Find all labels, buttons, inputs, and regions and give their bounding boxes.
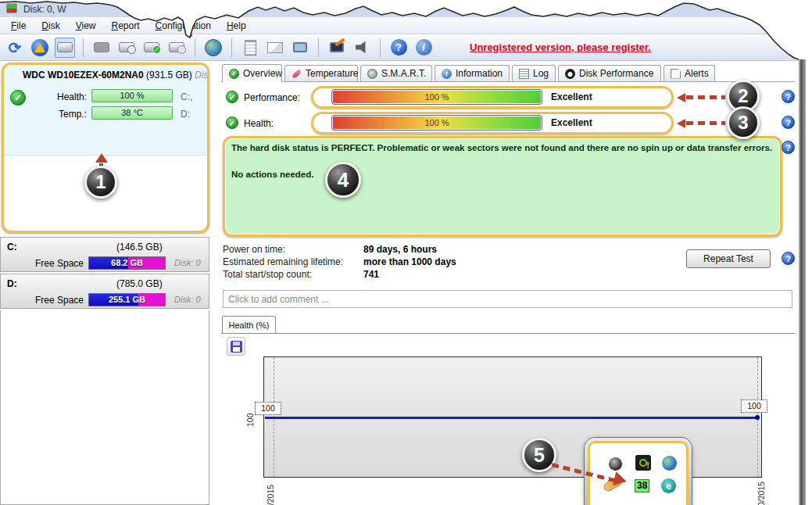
toolbar-separator (318, 38, 319, 57)
temp-label: Temp.: (49, 109, 87, 120)
callout-2-arrow (686, 95, 725, 99)
sounds-icon[interactable] (352, 38, 372, 58)
window-right-border (799, 31, 806, 505)
volume-c-label: C:, (181, 91, 192, 102)
status-help-icon[interactable]: ? (782, 141, 795, 154)
help-icon[interactable]: ? (388, 38, 409, 58)
startstop-value: 741 (363, 269, 379, 280)
point-label-right: 100 (741, 399, 767, 413)
tab-smart[interactable]: S.M.A.R.T. (360, 65, 432, 81)
app-window: File Disk View Report Configuration Help… (0, 0, 812, 505)
partition-d-row[interactable]: D: (785.0 GB) Free Space 255.1 GB Disk: … (0, 274, 209, 309)
callout-2-arrowhead (677, 93, 685, 102)
power-on-label: Power on time: (223, 244, 285, 255)
callout-3: 3 (727, 106, 760, 139)
tray-callout-border: ! 38 e (588, 441, 689, 505)
repeat-test-help-icon[interactable]: ? (782, 252, 795, 265)
startstop-label: Total start/stop count: (223, 269, 312, 280)
partition-c-row[interactable]: C: (146.5 GB) Free Space 68.2 GB Disk: 0 (0, 237, 209, 272)
health-help-icon[interactable]: ? (782, 116, 795, 129)
page-margin (806, 0, 812, 505)
log-icon (519, 69, 529, 79)
x-axis-tick-label-left: 9/2015 (266, 485, 275, 505)
performance-gauge-icon (565, 69, 575, 79)
refresh-icon[interactable]: ⟳ (5, 38, 25, 58)
disk-list-empty-area (0, 310, 209, 505)
spybot-tray-icon (609, 457, 622, 471)
disk-overview-icon[interactable] (55, 38, 75, 58)
free-space-bar: 255.1 GB (88, 293, 166, 306)
performance-rating: Excellent (551, 91, 592, 102)
disk-disabled-icon (91, 38, 112, 58)
comment-input[interactable] (223, 290, 792, 308)
health-label: Health: (49, 91, 87, 102)
point-label-left: 100 (255, 402, 281, 415)
tab-disk-performance[interactable]: Disk Performance (558, 65, 661, 81)
health-rating: Excellent (551, 117, 592, 128)
volume-d-label: D: (181, 109, 190, 120)
information-icon[interactable]: i (413, 38, 434, 58)
power-on-value: 89 days, 6 hours (363, 244, 437, 255)
menu-disk[interactable]: Disk (34, 18, 67, 34)
free-space-bar: 68.2 GB (88, 256, 166, 270)
health-line-series (265, 417, 759, 419)
free-space-label: Free Space (35, 295, 84, 306)
lifetime-label: Estimated remaining lifetime: (223, 256, 343, 267)
disk-status-box: The hard disk status is PERFECT. Problem… (223, 136, 782, 237)
alerts-icon (671, 69, 681, 79)
disk-ok-icon: ✓ (10, 90, 26, 106)
partition-capacity: (146.5 GB) (116, 242, 163, 252)
status-action-text: No actions needed. (231, 170, 313, 179)
free-space-label: Free Space (35, 258, 84, 269)
computer-settings-icon[interactable] (327, 38, 347, 58)
graph-tab-health[interactable]: Health (%) (222, 316, 276, 334)
toolbar: ⟳ ✓ ? i Unregistered version, please reg… (0, 34, 799, 61)
toolbar-separator (83, 38, 84, 57)
tab-information[interactable]: i Information (435, 65, 510, 81)
partition-disk-index: Disk: 0 (174, 295, 201, 304)
toolbar-separator (380, 38, 381, 57)
callout-3-arrow (686, 121, 725, 125)
tab-alerts[interactable]: Alerts (664, 65, 715, 81)
window-title: Disk: 0, W (23, 4, 66, 15)
nvidia-alert-tray-icon: ! (635, 455, 651, 471)
menu-file[interactable]: File (3, 18, 34, 34)
disk-summary-panel[interactable]: WDC WD10EZEX-60M2NA0 (931.5 GB) Disk ✓ H… (2, 63, 209, 233)
disk-type: Disk (195, 70, 209, 81)
alert-status-icon[interactable] (30, 38, 50, 58)
thermometer-icon (292, 68, 302, 78)
network-remote-icon[interactable] (290, 38, 310, 58)
line-end-point (755, 415, 760, 420)
health-gauge-bar: 100 % (331, 115, 542, 131)
disk-clock-test-icon[interactable] (116, 38, 137, 58)
toolbar-separator (195, 38, 195, 57)
performance-help-icon[interactable]: ? (782, 90, 795, 103)
disk-health-bar: 100 % (91, 89, 173, 102)
save-graph-button[interactable] (227, 337, 245, 356)
callout-5: 5 (522, 438, 556, 472)
menu-view[interactable]: View (68, 18, 104, 34)
disk-temp-bar: 38 °C (91, 106, 173, 120)
disk-search-icon[interactable] (166, 38, 187, 58)
y-axis-tick-label: 100 (245, 413, 255, 427)
register-notice[interactable]: Unregistered version, please register. (470, 41, 651, 53)
repeat-test-button[interactable]: Repeat Test (686, 249, 771, 268)
menu-bar: File Disk View Report Configuration Help (0, 17, 799, 34)
disk-capacity: (931.5 GB) (146, 70, 192, 81)
mail-send-icon[interactable] (265, 38, 285, 58)
callout-3-arrowhead (677, 119, 685, 128)
disk-model: WDC WD10EZEX-60M2NA0 (23, 70, 144, 81)
menu-report[interactable]: Report (104, 18, 148, 34)
tab-overview[interactable]: ✓ Overview (222, 64, 282, 82)
menu-help[interactable]: Help (219, 18, 254, 34)
health-ok-icon: ✓ (226, 116, 238, 129)
disk-accept-icon[interactable]: ✓ (141, 38, 162, 58)
tab-log[interactable]: Log (512, 65, 556, 81)
performance-gauge-bar: 100 % (331, 89, 542, 105)
menu-configuration[interactable]: Configuration (148, 18, 219, 34)
world-online-icon[interactable] (203, 38, 224, 58)
tab-temperature[interactable]: Temperature (284, 65, 358, 81)
status-text: The hard disk status is PERFECT. Problem… (231, 143, 778, 152)
partition-disk-index: Disk: 0 (174, 258, 201, 267)
report-clipboard-icon[interactable] (240, 38, 260, 58)
